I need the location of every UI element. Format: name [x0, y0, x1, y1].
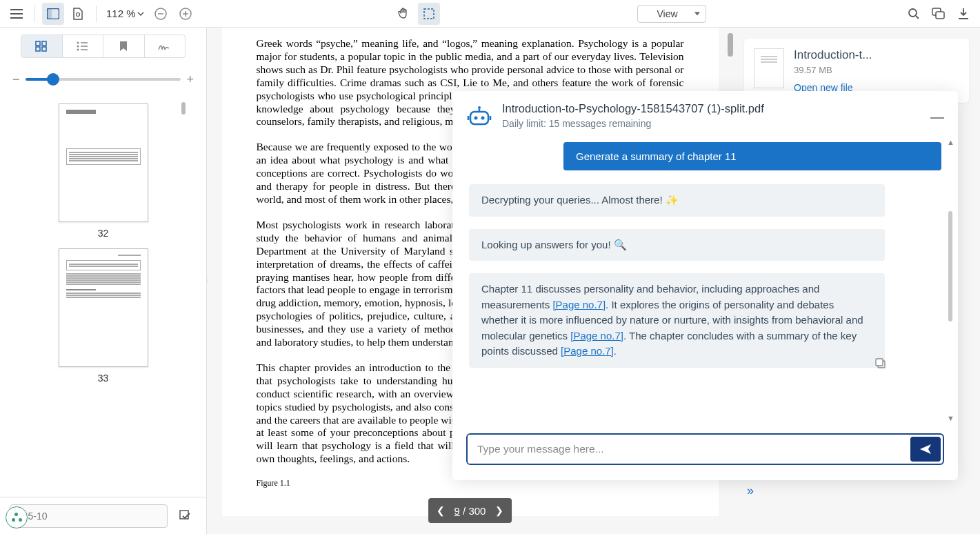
- thumbnail-list: 32 33: [0, 90, 206, 497]
- svg-point-14: [77, 46, 79, 48]
- page-indicator: ❮ 9 / 300 ❯: [428, 498, 512, 523]
- tab-bookmarks[interactable]: [103, 35, 145, 57]
- zoom-controls: 112 %: [103, 3, 197, 25]
- file-name-label: Introduction-t...: [794, 48, 959, 62]
- svg-rect-22: [876, 359, 883, 366]
- bot-avatar-icon: [466, 105, 492, 131]
- chat-subtitle: Daily limit: 15 messages remaining: [502, 118, 921, 129]
- zoom-in-icon[interactable]: [174, 3, 197, 25]
- chat-bot-answer: Chapter 11 discusses personality and beh…: [469, 273, 885, 368]
- chat-header: Introduction-to-Psychology-1581543707 (1…: [452, 91, 958, 138]
- svg-point-2: [77, 12, 80, 16]
- svg-point-6: [909, 9, 917, 17]
- page-link[interactable]: [Page no.7]: [552, 299, 606, 310]
- copy-icon[interactable]: [875, 358, 886, 369]
- chat-input[interactable]: [468, 435, 908, 464]
- search-icon[interactable]: [903, 3, 925, 25]
- send-button[interactable]: [910, 437, 941, 462]
- chat-scrollbar[interactable]: ▲ ▼: [947, 138, 954, 422]
- svg-rect-17: [470, 112, 488, 124]
- page-link[interactable]: [Page no.7]: [570, 330, 623, 342]
- prev-page-icon[interactable]: ❮: [437, 505, 445, 516]
- minimize-icon[interactable]: —: [930, 109, 944, 125]
- svg-rect-9: [36, 41, 40, 46]
- download-icon[interactable]: [952, 3, 974, 25]
- svg-rect-10: [42, 41, 46, 46]
- thumbnail-item[interactable]: 32: [59, 103, 148, 239]
- next-page-icon[interactable]: ❯: [495, 505, 503, 516]
- sidebar-footer: [0, 497, 206, 534]
- chat-input-row: [452, 422, 958, 480]
- svg-rect-12: [42, 47, 46, 51]
- thumbnail-label: 32: [59, 228, 148, 239]
- page-range-input[interactable]: [10, 504, 168, 528]
- zoom-out-icon[interactable]: [150, 3, 172, 25]
- tab-thumbnails[interactable]: [21, 35, 63, 57]
- svg-point-18: [474, 117, 478, 120]
- svg-point-20: [478, 106, 481, 109]
- chat-icon[interactable]: [928, 3, 950, 25]
- file-size-label: 39.57 MB: [794, 65, 959, 75]
- panel-toggle-icon[interactable]: [42, 3, 64, 25]
- chat-messages: Generate a summary of chapter 11 Decrypt…: [452, 138, 958, 422]
- page-number-display: 9 / 300: [454, 505, 486, 517]
- tab-outline[interactable]: [63, 35, 104, 57]
- svg-rect-1: [48, 8, 52, 19]
- thumbs-scrollbar[interactable]: [181, 102, 186, 115]
- svg-point-15: [77, 49, 79, 51]
- chat-bot-message: Decrypting your queries... Almost there!…: [469, 184, 885, 217]
- select-icon[interactable]: [418, 3, 440, 25]
- zoom-level-label[interactable]: 112 %: [103, 8, 147, 19]
- cookie-settings-icon[interactable]: [6, 506, 28, 528]
- chat-bot-message: Looking up answers for you! 🔍: [469, 229, 885, 261]
- expand-panel-icon[interactable]: »: [747, 484, 754, 498]
- document-icon[interactable]: [67, 3, 89, 25]
- thumbnail-item[interactable]: 33: [59, 248, 148, 384]
- svg-rect-8: [936, 12, 944, 19]
- tab-signatures[interactable]: [145, 35, 186, 57]
- top-toolbar: 112 % View: [0, 0, 980, 28]
- view-mode-select[interactable]: View: [637, 5, 706, 23]
- thumbnail-label: 33: [59, 373, 148, 384]
- thumbnail-size-slider[interactable]: − +: [0, 69, 206, 90]
- chat-user-message: Generate a summary of chapter 11: [563, 142, 941, 170]
- svg-rect-11: [36, 47, 40, 51]
- apply-range-icon[interactable]: [174, 505, 197, 527]
- sidebar-tabs: [21, 34, 186, 58]
- thumbnail-sidebar: − + 32 33: [0, 28, 207, 534]
- chat-panel: Introduction-to-Psychology-1581543707 (1…: [452, 91, 958, 480]
- content-scrollbar[interactable]: [728, 33, 733, 57]
- svg-point-13: [77, 42, 79, 44]
- chat-title: Introduction-to-Psychology-1581543707 (1…: [502, 102, 921, 115]
- pan-icon[interactable]: [393, 3, 415, 25]
- page-link[interactable]: [Page no.7]: [561, 345, 614, 357]
- file-thumb-icon: [754, 48, 784, 88]
- svg-rect-5: [424, 9, 434, 19]
- svg-point-19: [481, 117, 485, 120]
- menu-icon[interactable]: [6, 3, 28, 25]
